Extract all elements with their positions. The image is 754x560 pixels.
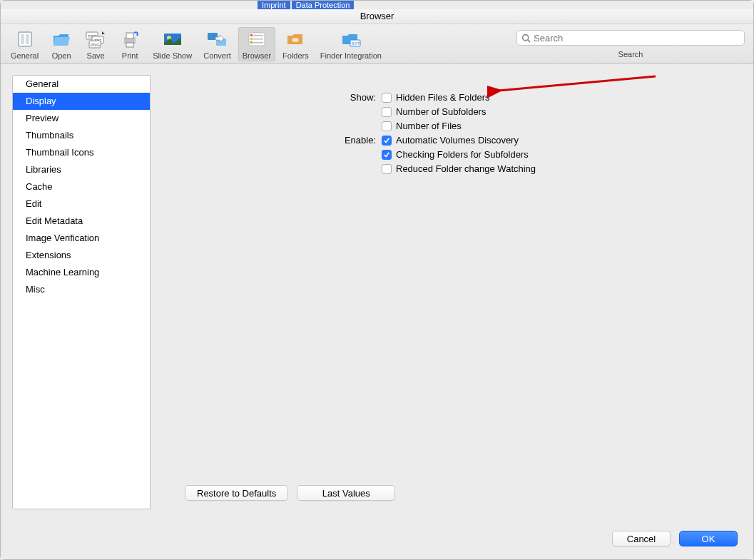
svg-rect-1 — [21, 34, 24, 44]
checkbox-box[interactable] — [382, 107, 392, 117]
settings-row: Checking Folders for Subfolders — [175, 149, 725, 160]
toolbar-item-label: Folders — [282, 51, 309, 60]
prefs-icon — [14, 29, 36, 50]
toolbar-search-input[interactable] — [534, 33, 740, 44]
content-area: GeneralDisplayPreviewThumbnailsThumbnail… — [1, 63, 753, 521]
toolbar-item-open[interactable]: Open — [46, 27, 77, 61]
settings-sidebar: GeneralDisplayPreviewThumbnailsThumbnail… — [12, 75, 151, 509]
background-tab-strip: Imprint Data Protection — [1, 1, 753, 9]
sidebar-item-misc[interactable]: Misc — [13, 281, 150, 298]
checkbox-box[interactable] — [382, 164, 392, 174]
settings-group-label: Show: — [175, 92, 382, 103]
settings-row: Reduced Folder change Watching — [175, 163, 725, 174]
background-tab: Data Protection — [292, 1, 355, 9]
checkbox-box[interactable] — [382, 136, 392, 146]
search-icon — [521, 34, 531, 43]
checkbox-label: Number of Subfolders — [396, 106, 486, 117]
sidebar-item-thumbnails[interactable]: Thumbnails — [13, 127, 150, 144]
dialog-footer: Cancel OK — [1, 521, 753, 559]
toolbar-item-save[interactable]: TIFFJPGPNGSave — [80, 27, 111, 61]
settings-row: Show:Hidden Files & Folders — [175, 92, 725, 103]
background-tab: Imprint — [258, 1, 290, 9]
checkbox-checking-folders-for-subfolders[interactable]: Checking Folders for Subfolders — [382, 149, 529, 160]
convert-icon — [205, 29, 228, 50]
window-title: Browser — [1, 9, 753, 24]
settings-row: Number of Files — [175, 121, 725, 131]
toolbar-item-folders[interactable]: Folders — [278, 27, 313, 61]
svg-line-29 — [499, 76, 656, 91]
svg-rect-22 — [253, 42, 263, 44]
sidebar-item-libraries[interactable]: Libraries — [13, 161, 150, 178]
toolbar-item-general[interactable]: General — [6, 27, 43, 61]
restore-defaults-button[interactable]: Restore to Defaults — [185, 485, 288, 501]
toolbar-item-label: Finder Integration — [320, 51, 382, 60]
finder-ext-icon: EXT — [340, 29, 362, 50]
sidebar-item-thumbnail-icons[interactable]: Thumbnail Icons — [13, 144, 150, 161]
toolbar-search-label: Search — [618, 50, 643, 58]
svg-rect-10 — [126, 33, 133, 39]
toolbar-item-convert[interactable]: Convert — [199, 27, 235, 61]
toolbar-item-label: Save — [87, 51, 105, 60]
toolbar-item-label: Open — [52, 51, 71, 60]
toolbar-item-label: Slide Show — [153, 51, 192, 60]
settings-row: Enable:Automatic Volumes Discovery — [175, 135, 725, 146]
toolbar-item-finder[interactable]: EXTFinder Integration — [316, 27, 386, 61]
cancel-button[interactable]: Cancel — [612, 531, 671, 546]
checkbox-box[interactable] — [382, 93, 392, 103]
file-types-icon: TIFFJPGPNG — [84, 29, 107, 50]
last-values-button[interactable]: Last Values — [297, 485, 395, 501]
checkbox-number-of-subfolders[interactable]: Number of Subfolders — [382, 106, 486, 117]
slideshow-icon — [161, 29, 184, 50]
ok-button[interactable]: OK — [679, 531, 738, 546]
checkbox-label: Reduced Folder change Watching — [396, 163, 536, 174]
checkbox-box[interactable] — [382, 150, 392, 160]
toolbar-item-label: Print — [122, 51, 138, 60]
sidebar-item-edit[interactable]: Edit — [13, 195, 150, 213]
toolbar-item-label: Browser — [243, 51, 271, 60]
sidebar-item-preview[interactable]: Preview — [13, 110, 150, 127]
sidebar-item-display[interactable]: Display — [13, 93, 150, 110]
checkbox-automatic-volumes-discovery[interactable]: Automatic Volumes Discovery — [382, 135, 519, 146]
svg-rect-18 — [253, 35, 263, 36]
svg-rect-2 — [26, 34, 29, 44]
checkbox-hidden-files-folders[interactable]: Hidden Files & Folders — [382, 92, 490, 103]
sidebar-item-general[interactable]: General — [13, 76, 150, 93]
sidebar-item-image-verification[interactable]: Image Verification — [13, 230, 150, 247]
folder-open-icon — [50, 29, 73, 50]
svg-point-23 — [292, 38, 299, 42]
toolbar-search-field[interactable] — [516, 30, 745, 46]
checkbox-label: Automatic Volumes Discovery — [396, 135, 519, 146]
toolbar: GeneralOpenTIFFJPGPNGSavePrintSlide Show… — [1, 24, 753, 63]
toolbar-item-print[interactable]: Print — [114, 27, 146, 61]
list-icon — [245, 29, 268, 50]
sidebar-item-edit-metadata[interactable]: Edit Metadata — [13, 213, 150, 230]
svg-rect-0 — [19, 32, 31, 46]
checkbox-label: Checking Folders for Subfolders — [396, 149, 529, 160]
checkbox-box[interactable] — [382, 121, 392, 131]
svg-rect-19 — [250, 38, 253, 40]
svg-text:PNG: PNG — [91, 43, 100, 47]
svg-rect-21 — [250, 41, 253, 44]
sidebar-item-extensions[interactable]: Extensions — [13, 247, 150, 264]
sidebar-item-machine-learning[interactable]: Machine Learning — [13, 264, 150, 281]
svg-rect-20 — [253, 39, 263, 40]
checkbox-reduced-folder-change-watching[interactable]: Reduced Folder change Watching — [382, 163, 536, 174]
svg-rect-11 — [126, 43, 133, 47]
toolbar-item-label: General — [11, 51, 39, 60]
toolbar-item-slideshow[interactable]: Slide Show — [148, 27, 196, 61]
toolbar-item-label: Convert — [203, 51, 231, 60]
checkbox-number-of-files[interactable]: Number of Files — [382, 121, 462, 131]
settings-panel: Show:Hidden Files & FoldersNumber of Sub… — [158, 75, 742, 509]
svg-text:EXT: EXT — [352, 41, 360, 46]
settings-group-label: Enable: — [175, 135, 382, 146]
settings-row: Number of Subfolders — [175, 106, 725, 117]
printer-icon — [118, 29, 141, 50]
preferences-window: Imprint Data Protection Browser GeneralO… — [0, 0, 754, 560]
checkbox-label: Number of Files — [396, 121, 462, 131]
toolbar-item-browser[interactable]: Browser — [238, 27, 275, 61]
checkbox-label: Hidden Files & Folders — [396, 92, 490, 103]
sidebar-item-cache[interactable]: Cache — [13, 178, 150, 195]
svg-point-26 — [523, 34, 529, 40]
svg-line-27 — [528, 39, 530, 41]
svg-rect-17 — [250, 34, 253, 36]
